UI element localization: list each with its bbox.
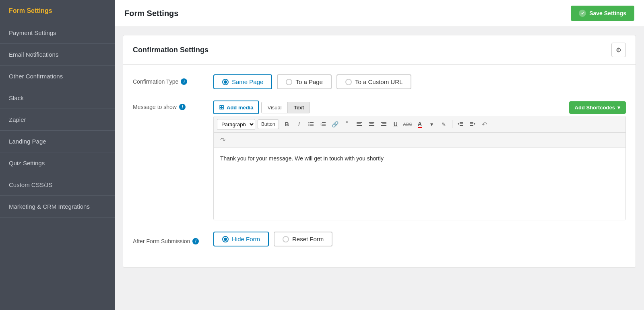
svg-rect-13	[357, 123, 361, 124]
after-form-submission-label: After Form Submission i	[133, 234, 213, 244]
svg-rect-21	[460, 122, 463, 123]
editor-tabs: Visual Text	[261, 102, 310, 113]
message-content-editor[interactable]: Thank you for your message. We will get …	[214, 148, 625, 220]
ordered-list-button[interactable]: 123	[318, 119, 329, 130]
sidebar-item-landing-page[interactable]: Landing Page	[0, 131, 115, 152]
panel-body: Confirmation Type i Same Page	[123, 65, 636, 267]
link-button[interactable]: 🔗	[330, 119, 341, 130]
svg-point-4	[308, 124, 309, 125]
svg-rect-19	[382, 123, 386, 124]
strikethrough-button[interactable]: ABC	[402, 119, 413, 130]
sidebar-title: Form Settings	[0, 0, 115, 22]
svg-rect-27	[470, 125, 473, 126]
text-color-button[interactable]: A	[414, 119, 425, 130]
unordered-list-button[interactable]	[305, 119, 317, 130]
eraser-button[interactable]: ✎	[438, 119, 450, 130]
reset-form-radio-dot	[283, 236, 289, 242]
sidebar-item-payment-settings[interactable]: Payment Settings	[0, 22, 115, 44]
svg-rect-2	[310, 125, 314, 126]
svg-marker-28	[474, 123, 475, 125]
paragraph-select[interactable]: Paragraph	[217, 119, 255, 130]
panel-header: Confirmation Settings ⚙	[123, 35, 636, 65]
message-to-show-row: Message to show i ⊞ Add media	[133, 101, 626, 220]
bold-button[interactable]: B	[281, 119, 293, 130]
content-area: Confirmation Settings ⚙ Confirmation Typ…	[115, 27, 644, 310]
sidebar: Form Settings Payment Settings Email Not…	[0, 0, 115, 310]
sidebar-item-zapier[interactable]: Zapier	[0, 109, 115, 131]
svg-rect-6	[322, 122, 326, 123]
panel-title: Confirmation Settings	[133, 46, 208, 54]
svg-rect-0	[310, 122, 314, 123]
svg-rect-7	[322, 124, 326, 125]
sidebar-item-email-notifications[interactable]: Email Notifications	[0, 44, 115, 66]
same-page-radio-dot	[222, 79, 229, 85]
sidebar-item-quiz-settings[interactable]: Quiz Settings	[0, 152, 115, 174]
text-tab[interactable]: Text	[288, 102, 310, 113]
main-content: Form Settings ✓ Save Settings Confirmati…	[115, 0, 644, 310]
confirmation-type-to-custom-url[interactable]: To a Custom URL	[336, 74, 411, 89]
svg-rect-12	[357, 122, 362, 123]
indent-decrease-button[interactable]	[455, 119, 466, 130]
align-center-button[interactable]	[366, 119, 377, 130]
message-info-icon[interactable]: i	[179, 104, 186, 110]
svg-point-5	[308, 125, 309, 126]
svg-rect-17	[369, 125, 374, 126]
chevron-down-icon: ▾	[617, 105, 620, 111]
sidebar-item-slack[interactable]: Slack	[0, 87, 115, 109]
svg-rect-1	[310, 124, 314, 125]
editor-secondary-toolbar: ↷	[214, 133, 625, 148]
svg-point-3	[308, 122, 309, 123]
hide-form-radio-dot	[222, 236, 229, 242]
confirmation-type-same-page[interactable]: Same Page	[213, 74, 272, 89]
toolbar-separator	[452, 120, 452, 128]
indent-increase-button[interactable]	[467, 119, 478, 130]
after-form-submission-row: After Form Submission i Hide Form	[133, 232, 626, 246]
message-editor: Paragraph Button B I 123	[213, 116, 626, 220]
to-custom-url-radio-dot	[345, 79, 352, 85]
add-media-button[interactable]: ⊞ Add media	[213, 101, 259, 114]
svg-rect-14	[357, 125, 362, 126]
check-icon: ✓	[579, 10, 586, 17]
confirmation-settings-panel: Confirmation Settings ⚙ Confirmation Typ…	[123, 35, 636, 268]
message-to-show-label: Message to show i	[133, 101, 213, 110]
page-title: Form Settings	[124, 9, 178, 18]
color-picker-button[interactable]: ▾	[426, 119, 438, 130]
to-a-page-radio-dot	[286, 79, 292, 85]
sidebar-nav: Payment Settings Email Notifications Oth…	[0, 22, 115, 218]
svg-rect-15	[369, 122, 374, 123]
svg-rect-16	[369, 123, 374, 124]
add-shortcodes-button[interactable]: Add Shortcodes ▾	[569, 101, 626, 114]
redo-button[interactable]: ↷	[217, 134, 228, 146]
sidebar-item-other-confirmations[interactable]: Other Confirmations	[0, 66, 115, 87]
blockquote-button[interactable]: "	[342, 119, 353, 130]
button-label-btn[interactable]: Button	[258, 119, 279, 129]
settings-gear-button[interactable]: ⚙	[611, 43, 626, 57]
svg-rect-20	[381, 125, 386, 126]
reset-form-option[interactable]: Reset Form	[274, 232, 332, 246]
align-right-button[interactable]	[378, 119, 389, 130]
sidebar-item-marketing-crm[interactable]: Marketing & CRM Integrations	[0, 196, 115, 218]
save-settings-button[interactable]: ✓ Save Settings	[571, 6, 634, 21]
confirmation-type-info-icon[interactable]: i	[181, 78, 187, 85]
svg-rect-18	[381, 122, 386, 123]
svg-marker-24	[458, 123, 459, 125]
sidebar-item-custom-css-js[interactable]: Custom CSS/JS	[0, 174, 115, 196]
svg-rect-26	[470, 123, 473, 124]
message-editor-controls: ⊞ Add media Visual Text Add Sho	[213, 101, 626, 220]
align-left-button[interactable]	[354, 119, 365, 130]
after-form-info-icon[interactable]: i	[192, 238, 199, 244]
gear-icon: ⚙	[616, 46, 621, 54]
after-form-radio-group: Hide Form Reset Form	[213, 232, 626, 246]
media-icon: ⊞	[219, 104, 224, 111]
confirmation-type-controls: Same Page To a Page To a Custom URL	[213, 74, 626, 89]
editor-toolbar: Paragraph Button B I 123	[214, 116, 625, 133]
italic-button[interactable]: I	[293, 119, 305, 130]
hide-form-option[interactable]: Hide Form	[213, 232, 269, 246]
confirmation-type-to-a-page[interactable]: To a Page	[277, 74, 332, 89]
svg-rect-22	[460, 123, 463, 124]
svg-rect-25	[470, 122, 473, 123]
underline-button[interactable]: U	[390, 119, 401, 130]
undo-button[interactable]: ↶	[479, 119, 490, 130]
visual-tab[interactable]: Visual	[261, 102, 287, 113]
svg-rect-23	[460, 125, 463, 126]
